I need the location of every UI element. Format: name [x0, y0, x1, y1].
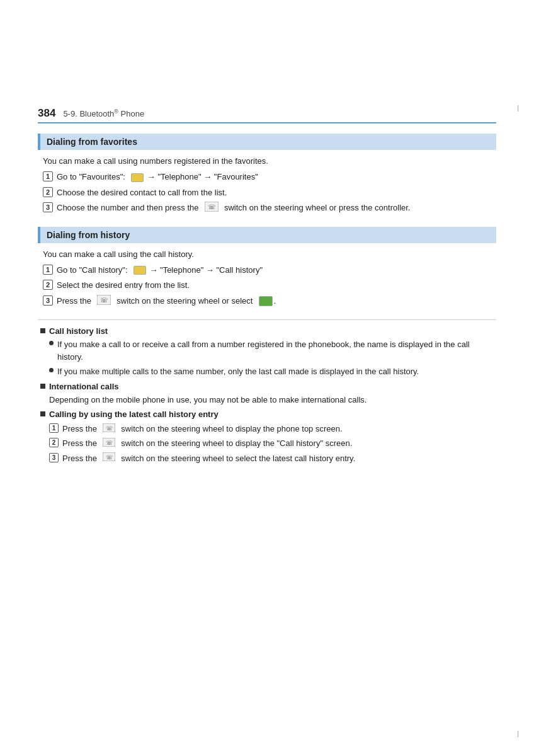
history-intro: You can make a call using the call histo…: [40, 249, 496, 259]
svg-text:☏: ☏: [106, 440, 113, 446]
calling-step-2-number: 2: [49, 438, 59, 447]
favorites-step-1-text: Go to "Favourites": → "Telephone" → "Fav…: [57, 171, 496, 183]
note-call-history-list-title: Call history list: [49, 326, 108, 336]
calling-step-1: 1 Press the ☏ switch on the steering whe…: [49, 423, 496, 435]
bullet-text-1: If you make a call to or receive a call …: [57, 338, 496, 363]
calling-step-3: 3 Press the ☏ switch on the steering whe…: [49, 452, 496, 465]
calling-step-2-text: Press the ☏ switch on the steering wheel…: [62, 437, 352, 450]
calling-step-2: 2 Press the ☏ switch on the steering whe…: [49, 437, 496, 450]
history-step-1-number: 1: [43, 265, 53, 275]
phone-switch-icon-4: ☏: [103, 438, 115, 450]
calling-step-3-text: Press the ☏ switch on the steering wheel…: [62, 452, 355, 465]
note-calling-latest-body: 1 Press the ☏ switch on the steering whe…: [40, 423, 496, 465]
bullet-dot-2: [49, 368, 54, 372]
svg-text:☏: ☏: [207, 203, 215, 210]
history-step-3-number: 3: [43, 295, 53, 306]
favorites-step-1-number: 1: [43, 171, 53, 181]
page-header: 384 5-9. Bluetooth® Phone Dialing from f…: [38, 107, 496, 469]
favorites-step-2: 2 Choose the desired contact to call fro…: [40, 186, 496, 199]
favorites-intro: You can make a call using numbers regist…: [40, 156, 496, 166]
favorites-step-1: 1 Go to "Favourites": → "Telephone" → "F…: [40, 171, 496, 183]
favorites-step-3-text: Choose the number and then press the ☏ s…: [57, 202, 496, 215]
note-international-calls-title: International calls: [49, 382, 119, 391]
corner-mark-bottom: |: [517, 730, 519, 737]
note-international-calls: International calls: [40, 382, 496, 391]
menu-button-icon: [131, 173, 144, 182]
phone-switch-icon-2: ☏: [97, 295, 111, 309]
section-content-history: You can make a call using the call histo…: [38, 249, 496, 309]
section-divider: [38, 319, 496, 320]
section-title-favorites: Dialing from favorites: [38, 134, 496, 150]
history-step-2: 2 Select the desired entry from the list…: [40, 279, 496, 292]
corner-mark-top: |: [517, 104, 519, 112]
phone-switch-icon: ☏: [205, 202, 219, 215]
note-calling-latest: Calling by using the latest call history…: [40, 410, 496, 419]
page-number-line: 384 5-9. Bluetooth® Phone: [38, 107, 496, 123]
note-call-history-list: Call history list: [40, 326, 496, 336]
page-container: | | 384 5-9. Bluetooth® Phone Dialing fr…: [0, 0, 534, 756]
notes-area: Call history list If you make a call to …: [38, 326, 496, 465]
history-step-1-text: Go to "Call history": → "Telephone" → "C…: [57, 264, 496, 277]
favorites-step-2-number: 2: [43, 187, 53, 197]
calling-step-1-text: Press the ☏ switch on the steering wheel…: [62, 423, 343, 435]
history-step-3-text: Press the ☏ switch on the steering wheel…: [57, 295, 496, 309]
section-title-history: Dialing from history: [38, 227, 496, 243]
chapter-title: 5-9. Bluetooth® Phone: [63, 108, 144, 118]
calling-step-3-number: 3: [49, 453, 59, 462]
svg-text:☏: ☏: [106, 425, 113, 432]
bullet-text-2: If you make multiple calls to the same n…: [57, 365, 496, 378]
favorites-step-3: 3 Choose the number and then press the ☏…: [40, 202, 496, 215]
bullet-item-1: If you make a call to or receive a call …: [49, 338, 496, 363]
note-square-icon-1: [40, 328, 45, 333]
history-step-1: 1 Go to "Call history": → "Telephone" → …: [40, 264, 496, 277]
note-call-history-list-body: If you make a call to or receive a call …: [40, 338, 496, 378]
note-calling-latest-title: Calling by using the latest call history…: [49, 410, 219, 419]
select-green-icon: [259, 296, 273, 306]
note-square-icon-3: [40, 411, 45, 416]
bullet-dot-1: [49, 341, 54, 345]
svg-text:☏: ☏: [100, 297, 108, 304]
registered-symbol: ®: [114, 108, 118, 115]
favorites-step-3-number: 3: [43, 202, 53, 212]
history-step-2-number: 2: [43, 280, 53, 290]
note-square-icon-2: [40, 384, 45, 389]
history-step-2-text: Select the desired entry from the list.: [57, 279, 496, 292]
menu-button-icon-2: [134, 266, 146, 275]
page-number: 384: [38, 107, 55, 120]
calling-step-1-number: 1: [49, 423, 59, 433]
phone-switch-icon-5: ☏: [103, 452, 115, 465]
favorites-step-2-text: Choose the desired contact to call from …: [57, 186, 496, 199]
phone-switch-icon-3: ☏: [103, 423, 115, 436]
note-international-calls-body: Depending on the mobile phone in use, yo…: [40, 394, 496, 406]
history-step-3: 3 Press the ☏ switch on the steering whe…: [40, 295, 496, 309]
svg-text:☏: ☏: [106, 454, 113, 461]
section-content-favorites: You can make a call using numbers regist…: [38, 156, 496, 215]
calling-section: 1 Press the ☏ switch on the steering whe…: [49, 423, 496, 465]
bullet-item-2: If you make multiple calls to the same n…: [49, 365, 496, 378]
